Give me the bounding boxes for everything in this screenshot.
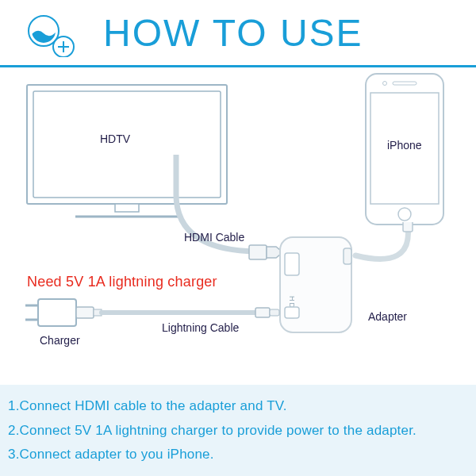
svg-rect-17: [285, 307, 299, 318]
instructions: 1.Connect HDMI cable to the adapter and …: [0, 385, 476, 476]
hdtv-label: HDTV: [100, 132, 130, 145]
iphone-label: iPhone: [387, 139, 422, 152]
svg-rect-20: [38, 299, 76, 326]
svg-rect-23: [76, 307, 94, 318]
svg-rect-7: [115, 204, 139, 212]
adapter-label: Adapter: [368, 310, 407, 323]
svg-rect-14: [249, 245, 267, 259]
title-bar: HOW TO USE: [0, 0, 476, 67]
instruction-step: 2.Connect 5V 1A lightning charger to pro…: [8, 419, 468, 443]
instruction-step: 1.Connect HDMI cable to the adapter and …: [8, 394, 468, 419]
lightning-cable-label: Lightning Cable: [162, 321, 239, 334]
instruction-step: 3.Connect adapter to you iPhone.: [8, 443, 468, 467]
svg-rect-26: [255, 308, 270, 317]
hdmi-cable-label: HDMI Cable: [184, 231, 244, 244]
svg-rect-19: [403, 222, 413, 232]
page-title: HOW TO USE: [103, 11, 363, 55]
diagram: HDTV iPhone HDMI Cable HDMI Adapter: [0, 67, 476, 385]
charger-warning: Need 5V 1A lightning charger: [27, 274, 217, 290]
charger-label: Charger: [40, 334, 80, 347]
adapter-to-iphone-cable-icon: [349, 222, 436, 301]
svg-rect-27: [270, 309, 279, 316]
hdmi-cable-icon: [168, 155, 279, 290]
logo-icon: [27, 14, 75, 60]
svg-rect-16: [285, 253, 299, 275]
adapter-icon: HDMI: [274, 234, 361, 337]
